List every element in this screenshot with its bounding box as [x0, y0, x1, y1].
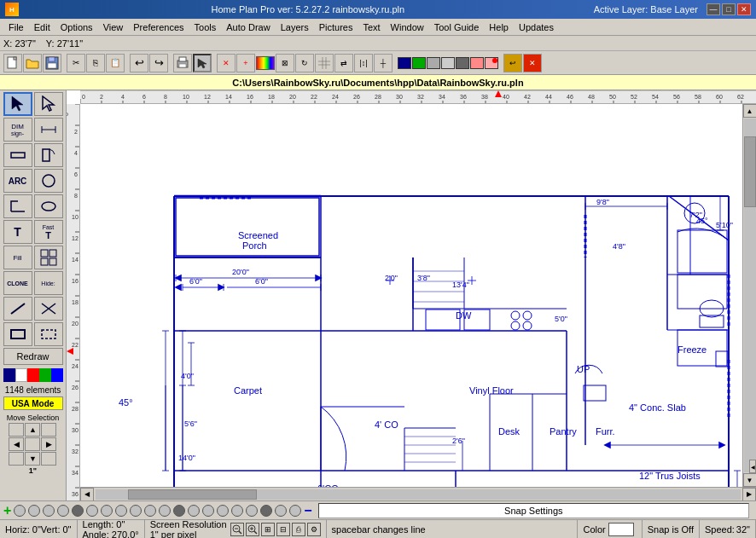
snap-dot-11[interactable]	[159, 505, 171, 517]
open-button[interactable]	[23, 54, 42, 72]
save-button[interactable]	[43, 54, 61, 72]
move-s[interactable]: ▼	[25, 452, 40, 466]
snap-button[interactable]: ┼	[374, 54, 393, 72]
scroll-down-button[interactable]: ▼	[743, 473, 757, 487]
move-e[interactable]: ▶	[41, 437, 56, 451]
scroll-left-button[interactable]: ◀	[80, 488, 94, 501]
move-ne[interactable]	[41, 423, 56, 437]
snap-settings-button[interactable]: Snap Settings	[318, 503, 749, 518]
usa-mode-toggle[interactable]: USA Mode	[3, 396, 63, 410]
angle-tool[interactable]	[34, 297, 63, 321]
snap-dot-19[interactable]	[275, 505, 287, 517]
print-prev-btn[interactable]: ⎙	[292, 523, 305, 536]
hide-tool[interactable]: Hide:	[34, 271, 63, 295]
menu-autodraw[interactable]: Auto Draw	[221, 21, 275, 33]
deselect-button[interactable]: ⊠	[276, 54, 294, 72]
zoom-out-btn[interactable]	[230, 523, 244, 536]
menu-window[interactable]: Window	[386, 21, 429, 33]
dim2-tool[interactable]	[34, 118, 63, 142]
snap-dot-8[interactable]	[115, 505, 127, 517]
scroll-right-button[interactable]: ▶	[742, 488, 756, 501]
menu-updates[interactable]: Updates	[514, 21, 559, 33]
view-btn[interactable]: ⊟	[276, 523, 290, 536]
zoom-in-btn[interactable]	[246, 523, 259, 536]
snap-dot-15[interactable]	[217, 505, 229, 517]
nav-left-arrow[interactable]: ◀	[749, 460, 756, 473]
cross-button[interactable]: +	[236, 54, 255, 72]
clone-tool[interactable]: CLONE	[3, 271, 32, 295]
add-snap-icon[interactable]: +	[3, 503, 11, 518]
select-btn[interactable]	[193, 54, 212, 72]
canvas-area[interactable]: 0 2 4 6 8 10 12 14 16 18 20	[67, 90, 756, 500]
menu-layers[interactable]: Layers	[276, 21, 314, 33]
print-button[interactable]	[173, 54, 192, 72]
rotate-button[interactable]: ↻	[295, 54, 314, 72]
color-picker[interactable]	[256, 56, 275, 70]
pointer-tool[interactable]	[34, 92, 63, 116]
wall-tool[interactable]	[3, 143, 32, 167]
measure-button[interactable]: |↕|	[354, 54, 373, 72]
snap-dot-3[interactable]	[43, 505, 55, 517]
minimize-button[interactable]: —	[707, 3, 720, 15]
undo3-button[interactable]: ✕	[523, 54, 542, 72]
swatch-blue[interactable]	[51, 368, 63, 382]
menu-tools[interactable]: Tools	[189, 21, 222, 33]
swatch-navy[interactable]	[3, 368, 15, 382]
swatch-red[interactable]	[27, 368, 39, 382]
color-swatch-darkgray[interactable]	[456, 57, 469, 69]
redraw-button[interactable]: Redraw	[3, 348, 63, 365]
tiles-tool[interactable]	[34, 246, 63, 269]
dim-tool[interactable]: DIMsign-	[3, 118, 32, 142]
color-display[interactable]	[608, 523, 634, 536]
snap-dot-18[interactable]	[260, 505, 272, 517]
move-button[interactable]: ✕	[217, 54, 236, 72]
close-button[interactable]: ✕	[737, 3, 751, 15]
color-swatch-blue[interactable]	[398, 57, 411, 69]
snap-dot-16[interactable]	[231, 505, 243, 517]
menu-file[interactable]: File	[3, 21, 29, 33]
menu-text[interactable]: Text	[358, 21, 385, 33]
rect-tool[interactable]	[3, 322, 32, 346]
swatch-green[interactable]	[39, 368, 51, 382]
swatch-white[interactable]	[15, 368, 27, 382]
snap-dot-14[interactable]	[202, 505, 214, 517]
dotted-rect-tool[interactable]	[34, 322, 63, 346]
line-tool[interactable]	[3, 297, 32, 321]
remove-snap-icon[interactable]: −	[304, 503, 311, 518]
circle-tool[interactable]	[34, 169, 63, 193]
snap-dot-1[interactable]	[14, 505, 26, 517]
floor-plan[interactable]: Screened Porch Carpet Vinyl Floor Hardwo…	[80, 104, 756, 500]
polygon-tool[interactable]	[3, 194, 32, 218]
move-center[interactable]	[25, 437, 40, 451]
snap-dot-4[interactable]	[57, 505, 69, 517]
menu-preferences[interactable]: Preferences	[128, 21, 189, 33]
undo-button[interactable]: ↩	[130, 54, 148, 72]
snap-dot-6[interactable]	[86, 505, 98, 517]
move-sw[interactable]	[9, 452, 24, 466]
color-swatch-lightpink[interactable]	[485, 57, 498, 69]
move-se[interactable]	[41, 452, 56, 466]
door-tool[interactable]	[34, 143, 63, 167]
select-tool[interactable]	[3, 92, 32, 116]
canvas-hscrollbar[interactable]: ◀ ▶	[80, 487, 756, 500]
menu-view[interactable]: View	[98, 21, 129, 33]
fit-view-btn[interactable]: ⊞	[261, 523, 275, 536]
arrows-button[interactable]: ⇄	[334, 54, 353, 72]
color-swatch-gray[interactable]	[427, 57, 440, 69]
snap-dot-9[interactable]	[130, 505, 142, 517]
menu-toolguide[interactable]: Tool Guide	[429, 21, 485, 33]
snap-dot-12[interactable]	[173, 505, 185, 517]
menu-options[interactable]: Options	[55, 21, 98, 33]
menu-pictures[interactable]: Pictures	[314, 21, 358, 33]
fill-tool[interactable]: Fill	[3, 246, 32, 269]
new-button[interactable]	[3, 54, 22, 72]
color-swatch-pink[interactable]	[470, 57, 484, 69]
color-swatch-green[interactable]	[412, 57, 426, 69]
arc-tool[interactable]: ARC	[3, 169, 32, 193]
ellipse-tool[interactable]	[34, 194, 63, 218]
color-swatch-lightgray[interactable]	[441, 57, 455, 69]
text-tool[interactable]: T	[3, 220, 32, 244]
snap-dot-5[interactable]	[72, 505, 84, 517]
canvas-vscrollbar[interactable]: ▲ ◀ ▼	[742, 104, 756, 487]
redo-button[interactable]: ↪	[149, 54, 168, 72]
